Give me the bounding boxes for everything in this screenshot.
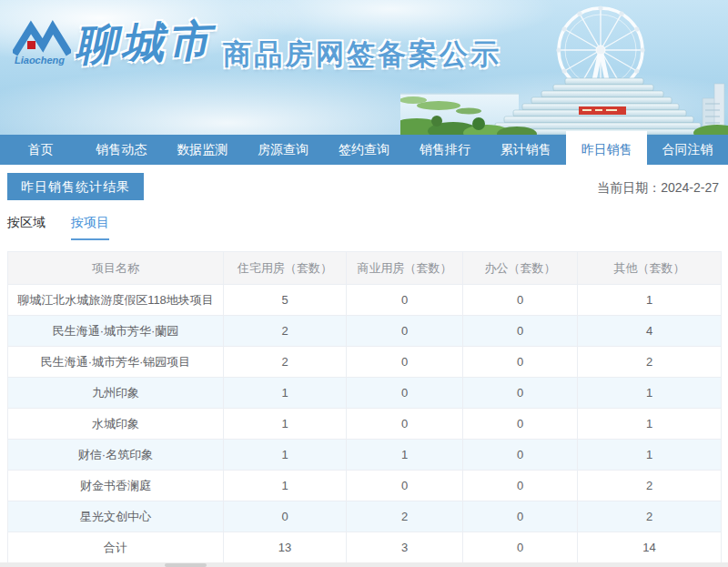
- liaocheng-logo-icon: Liaocheng: [13, 16, 71, 73]
- nav-item-4[interactable]: 签约查询: [324, 135, 405, 165]
- page-title: 昨日销售统计结果: [7, 173, 144, 200]
- value-cell: 13: [224, 532, 347, 563]
- value-cell: 0: [463, 285, 578, 316]
- nav-item-0[interactable]: 首页: [0, 135, 81, 165]
- site-brand: Liaocheng 聊城市 商品房网签备案公示: [13, 16, 501, 73]
- column-header: 其他（套数）: [578, 252, 722, 285]
- site-banner: Liaocheng 聊城市 商品房网签备案公示: [0, 0, 728, 135]
- value-cell: 0: [463, 316, 578, 347]
- value-cell: 0: [224, 501, 347, 532]
- value-cell: 5: [224, 285, 347, 316]
- site-subtitle: 商品房网签备案公示: [223, 36, 501, 73]
- project-name-cell: 财金书香澜庭: [8, 471, 224, 501]
- value-cell: 0: [463, 378, 578, 409]
- content: 昨日销售统计结果 当前日期：2024-2-27 按区域按项目 项目名称住宅用房（…: [0, 165, 728, 563]
- site-name: 聊城市: [74, 14, 215, 71]
- nav-item-1[interactable]: 销售动态: [81, 135, 162, 165]
- value-cell: 1: [224, 471, 347, 501]
- column-header: 办公（套数）: [463, 252, 578, 285]
- value-cell: 1: [224, 440, 347, 471]
- value-cell: 2: [224, 316, 347, 347]
- title-row: 昨日销售统计结果 当前日期：2024-2-27: [7, 173, 721, 200]
- view-tabs: 按区域按项目: [7, 215, 721, 240]
- value-cell: 0: [463, 471, 578, 501]
- tab-0[interactable]: 按区域: [7, 215, 46, 240]
- project-name-cell: 九州印象: [8, 378, 224, 409]
- horizontal-scrollbar[interactable]: [165, 563, 207, 567]
- project-name-cell: 聊城江北水城旅游度假区118地块项目: [8, 285, 224, 316]
- value-cell: 1: [578, 285, 722, 316]
- value-cell: 2: [224, 347, 347, 378]
- value-cell: 2: [578, 471, 722, 501]
- value-cell: 1: [224, 378, 347, 409]
- value-cell: 0: [463, 347, 578, 378]
- logo-text: Liaocheng: [15, 55, 65, 66]
- tab-1[interactable]: 按项目: [71, 215, 109, 240]
- table-row: 星光文创中心0202: [8, 501, 722, 532]
- value-cell: 0: [347, 409, 463, 440]
- nav-item-7[interactable]: 昨日销售: [566, 131, 647, 165]
- column-header: 项目名称: [8, 252, 224, 285]
- nav-item-6[interactable]: 累计销售: [485, 135, 566, 165]
- value-cell: 0: [347, 316, 463, 347]
- column-header: 住宅用房（套数）: [224, 252, 347, 285]
- table-row: 民生海通·城市芳华·锦园项目2002: [8, 347, 722, 378]
- nav-item-3[interactable]: 房源查询: [243, 135, 324, 165]
- project-name-cell: 财信·名筑印象: [8, 440, 224, 471]
- project-name-cell: 民生海通·城市芳华·锦园项目: [8, 347, 224, 378]
- table-header-row: 项目名称住宅用房（套数）商业用房（套数）办公（套数）其他（套数）: [8, 252, 722, 285]
- value-cell: 2: [578, 347, 722, 378]
- value-cell: 0: [347, 285, 463, 316]
- table-row: 九州印象1001: [8, 378, 722, 409]
- nav-item-5[interactable]: 销售排行: [404, 135, 485, 165]
- nav-item-2[interactable]: 数据监测: [162, 135, 243, 165]
- value-cell: 3: [347, 532, 463, 563]
- table-row: 水城印象1001: [8, 409, 722, 440]
- current-date: 当前日期：2024-2-27: [597, 180, 721, 197]
- table-body: 聊城江北水城旅游度假区118地块项目5001民生海通·城市芳华·蘭园2004民生…: [8, 285, 722, 563]
- sales-table: 项目名称住宅用房（套数）商业用房（套数）办公（套数）其他（套数） 聊城江北水城旅…: [7, 251, 722, 563]
- value-cell: 1: [578, 440, 722, 471]
- value-cell: 0: [463, 501, 578, 532]
- value-cell: 4: [578, 316, 722, 347]
- value-cell: 2: [578, 501, 722, 532]
- value-cell: 0: [463, 440, 578, 471]
- value-cell: 1: [578, 378, 722, 409]
- page: Liaocheng 聊城市 商品房网签备案公示: [0, 0, 728, 567]
- table-row: 财金书香澜庭1002: [8, 471, 722, 501]
- project-name-cell: 合计: [8, 532, 224, 563]
- main-nav: 首页销售动态数据监测房源查询签约查询销售排行累计销售昨日销售合同注销: [0, 135, 728, 165]
- table-row: 合计133014: [8, 532, 722, 563]
- project-name-cell: 民生海通·城市芳华·蘭园: [8, 316, 224, 347]
- value-cell: 0: [463, 532, 578, 563]
- value-cell: 0: [347, 378, 463, 409]
- value-cell: 0: [347, 347, 463, 378]
- value-cell: 14: [578, 532, 722, 563]
- bottom-strip: [0, 562, 728, 567]
- column-header: 商业用房（套数）: [347, 252, 463, 285]
- value-cell: 0: [463, 409, 578, 440]
- table-row: 聊城江北水城旅游度假区118地块项目5001: [8, 285, 722, 316]
- project-name-cell: 水城印象: [8, 409, 224, 440]
- table-row: 民生海通·城市芳华·蘭园2004: [8, 316, 722, 347]
- value-cell: 0: [347, 471, 463, 501]
- table-row: 财信·名筑印象1101: [8, 440, 722, 471]
- value-cell: 1: [578, 409, 722, 440]
- value-cell: 1: [224, 409, 347, 440]
- stepped-building: [490, 78, 708, 135]
- nav-item-8[interactable]: 合同注销: [647, 135, 728, 165]
- project-name-cell: 星光文创中心: [8, 501, 224, 532]
- value-cell: 1: [347, 440, 463, 471]
- value-cell: 2: [347, 501, 463, 532]
